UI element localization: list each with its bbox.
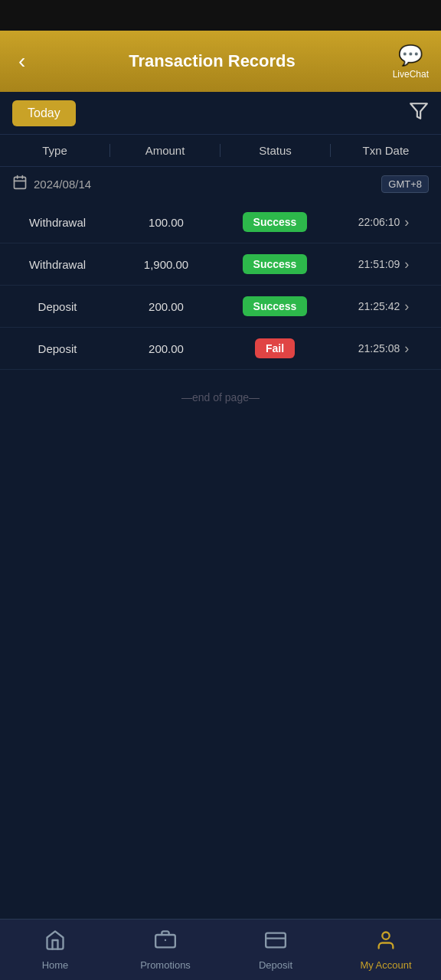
txn-status: Success <box>220 296 329 316</box>
date-row: 2024/08/14 GMT+8 <box>0 167 441 201</box>
txn-time: 21:51:09 › <box>329 256 438 273</box>
page-title: Transaction Records <box>31 51 392 71</box>
table-row[interactable]: Withdrawal 100.00 Success 22:06:10 › <box>0 201 441 243</box>
txn-time: 22:06:10 › <box>329 214 438 230</box>
col-amount: Amount <box>110 144 220 157</box>
chevron-right-icon: › <box>404 299 409 315</box>
livechat-label: LiveChat <box>393 69 429 80</box>
filter-icon[interactable] <box>409 101 429 126</box>
chevron-right-icon: › <box>404 256 409 273</box>
txn-amount: 200.00 <box>112 300 220 313</box>
header: ‹ Transaction Records 💬 LiveChat <box>0 31 441 92</box>
nav-deposit[interactable]: Deposit <box>220 929 331 971</box>
txn-time: 21:25:42 › <box>329 299 438 315</box>
txn-status: Success <box>220 212 329 232</box>
nav-my-account[interactable]: My Account <box>331 929 441 971</box>
today-button[interactable]: Today <box>12 100 76 126</box>
bottom-nav: Home Promotions Deposit My Account <box>0 919 441 980</box>
date-value: 2024/08/14 <box>34 178 91 191</box>
my-account-icon <box>375 929 397 956</box>
status-badge: Success <box>243 296 308 316</box>
svg-marker-0 <box>410 103 427 119</box>
chevron-right-icon: › <box>404 214 409 230</box>
nav-promotions-label: Promotions <box>140 959 191 971</box>
date-label: 2024/08/14 <box>12 175 91 194</box>
promotions-icon <box>155 929 176 956</box>
txn-type: Withdrawal <box>3 258 112 271</box>
deposit-icon <box>265 929 286 956</box>
nav-my-account-label: My Account <box>360 959 411 971</box>
svg-rect-5 <box>155 935 175 947</box>
home-icon <box>44 929 66 956</box>
transaction-list: Withdrawal 100.00 Success 22:06:10 › Wit… <box>0 201 441 370</box>
filter-bar: Today <box>0 92 441 135</box>
end-of-page: —end of page— <box>0 370 441 419</box>
table-header: Type Amount Status Txn Date <box>0 135 441 167</box>
status-badge: Success <box>243 254 308 274</box>
livechat-button[interactable]: 💬 LiveChat <box>393 44 429 80</box>
col-type: Type <box>0 144 110 157</box>
back-button[interactable]: ‹ <box>12 43 31 80</box>
col-txndate: Txn Date <box>331 144 441 157</box>
txn-time: 21:25:08 › <box>329 341 438 357</box>
txn-type: Withdrawal <box>3 216 112 229</box>
table-row[interactable]: Deposit 200.00 Fail 21:25:08 › <box>0 328 441 370</box>
table-row[interactable]: Withdrawal 1,900.00 Success 21:51:09 › <box>0 243 441 286</box>
nav-promotions[interactable]: Promotions <box>110 929 220 971</box>
table-row[interactable]: Deposit 200.00 Success 21:25:42 › <box>0 286 441 328</box>
content-area: Today Type Amount Status Txn Date 2024/0… <box>0 92 441 919</box>
status-badge: Success <box>243 212 308 232</box>
txn-status: Success <box>220 254 329 274</box>
col-status: Status <box>220 144 331 157</box>
nav-home-label: Home <box>42 959 69 971</box>
status-bar <box>0 0 441 31</box>
txn-type: Deposit <box>3 300 112 313</box>
svg-rect-7 <box>266 933 286 947</box>
livechat-icon: 💬 <box>398 44 423 67</box>
calendar-icon <box>12 175 28 194</box>
txn-amount: 1,900.00 <box>112 258 220 271</box>
nav-deposit-label: Deposit <box>259 959 292 971</box>
txn-type: Deposit <box>3 342 112 355</box>
chevron-right-icon: › <box>404 341 409 357</box>
svg-point-9 <box>382 932 389 939</box>
gmt-badge: GMT+8 <box>381 175 429 193</box>
nav-home[interactable]: Home <box>0 929 110 971</box>
txn-amount: 100.00 <box>112 216 220 229</box>
svg-rect-1 <box>15 177 26 188</box>
txn-status: Fail <box>220 338 329 358</box>
status-badge: Fail <box>255 338 295 358</box>
txn-amount: 200.00 <box>112 342 220 355</box>
